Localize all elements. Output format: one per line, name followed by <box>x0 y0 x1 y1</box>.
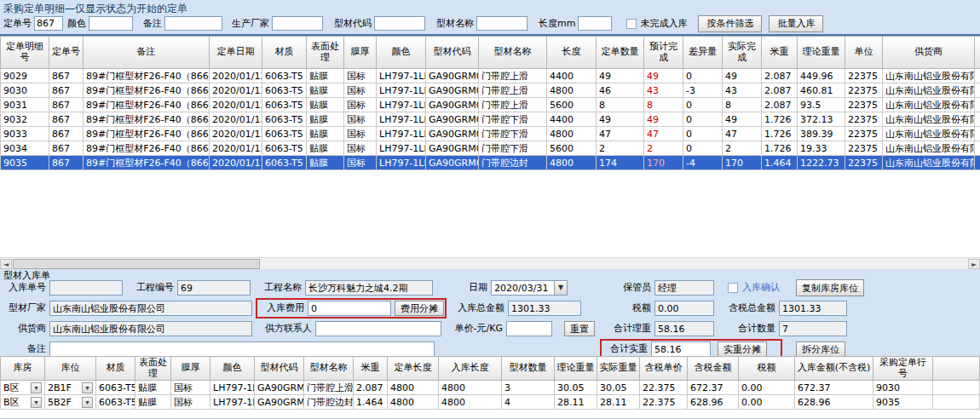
table-cell[interactable]: 1.726 <box>762 112 798 127</box>
table-cell[interactable]: 门带腔下滑 <box>479 112 547 127</box>
total-qty-input[interactable] <box>779 321 847 336</box>
table-cell[interactable]: 2B1F▾ <box>45 381 96 395</box>
table-cell[interactable]: 2 <box>644 141 683 156</box>
table-row[interactable]: 903486789#门框型材F26-F40（866+867）2020/01/13… <box>1 141 980 156</box>
table-cell[interactable]: 89#门框型材F26-F40（866+867） <box>84 69 210 83</box>
column-header[interactable]: 入库长度 <box>439 357 502 381</box>
table-cell[interactable]: 4800 <box>439 381 502 395</box>
table-cell[interactable]: 山东南山铝业股份有限公司 <box>883 156 975 170</box>
column-header[interactable]: 实际完成 <box>723 37 762 69</box>
table-cell[interactable]: 22375 <box>845 127 883 141</box>
table-cell[interactable]: 372.13 <box>798 112 845 127</box>
table-cell[interactable]: 2020/01/13 <box>210 112 262 127</box>
combo-dropdown-icon[interactable]: ▾ <box>82 397 93 408</box>
split-location-button[interactable]: 拆分库位 <box>796 342 845 357</box>
reset-button[interactable]: 重置 <box>564 321 595 336</box>
length-input[interactable] <box>578 16 612 31</box>
table-cell[interactable]: LH797-1LL0 <box>377 98 426 112</box>
table-cell[interactable]: 6063-T5 <box>96 395 135 410</box>
table-cell[interactable]: 867 <box>49 141 84 156</box>
column-header[interactable]: 型材数量 <box>502 357 555 381</box>
column-header[interactable]: 表面处理 <box>135 357 171 381</box>
table-cell[interactable]: 国标 <box>171 381 210 395</box>
table-cell[interactable]: 89#门框型材F26-F40（866+867） <box>84 141 210 156</box>
table-cell[interactable]: 2020/01/13 <box>210 141 262 156</box>
tax-input[interactable] <box>654 301 714 316</box>
table-cell[interactable]: 389.39 <box>798 127 845 141</box>
total-actual-weight-input[interactable] <box>651 342 711 357</box>
table-cell[interactable]: 贴膜 <box>307 83 344 98</box>
table-cell[interactable]: 49 <box>644 112 683 127</box>
table-cell[interactable]: 1.464 <box>354 395 388 410</box>
column-header[interactable]: 颜色 <box>377 37 426 69</box>
table-cell[interactable]: GA90GRM04 <box>426 112 479 127</box>
table-cell[interactable]: 1.464 <box>762 156 798 170</box>
table-cell[interactable]: 49 <box>723 112 762 127</box>
table-cell[interactable]: 89#门框型材F26-F40（866+867） <box>84 98 210 112</box>
profile-code-input[interactable] <box>374 16 425 31</box>
table-row[interactable]: 903386789#门框型材F26-F40（866+867）2020/01/13… <box>1 127 980 141</box>
column-header[interactable]: 型材代码 <box>255 357 304 381</box>
table-cell[interactable]: 867 <box>49 112 84 127</box>
table-cell[interactable]: 22375 <box>845 69 883 83</box>
color-input[interactable] <box>89 16 133 31</box>
column-header[interactable]: 颜色 <box>210 357 255 381</box>
table-cell[interactable]: 国标 <box>344 98 377 112</box>
table-cell[interactable]: 国标 <box>171 395 210 410</box>
table-cell[interactable]: 19.33 <box>798 141 845 156</box>
column-header[interactable]: 预计完成 <box>644 37 683 69</box>
table-cell[interactable]: 22375 <box>845 156 883 170</box>
table-cell[interactable]: 5B2F▾ <box>45 395 96 410</box>
manufacturer-input[interactable] <box>272 16 323 31</box>
unit-price-input[interactable] <box>506 321 552 336</box>
table-cell[interactable]: 49 <box>597 112 644 127</box>
fee-split-button[interactable]: 费用分摊 <box>395 301 444 316</box>
table-cell[interactable]: 国标 <box>344 156 377 170</box>
table-cell[interactable]: 门带腔上滑 <box>479 83 547 98</box>
table-cell[interactable]: 628.96 <box>795 395 873 410</box>
table-cell[interactable]: GA90GRM03 <box>426 69 479 83</box>
table-cell[interactable]: 867 <box>49 83 84 98</box>
batch-inbound-button[interactable]: 批量入库 <box>769 15 823 32</box>
table-cell[interactable]: 6063-T5 <box>262 112 307 127</box>
table-cell[interactable]: 门带腔边封 <box>479 156 547 170</box>
copy-location-button[interactable]: 复制库房库位 <box>796 279 864 296</box>
table-cell[interactable]: 22375 <box>845 98 883 112</box>
table-cell[interactable]: 5600 <box>547 98 597 112</box>
table-cell[interactable]: 贴膜 <box>307 69 344 83</box>
table-cell[interactable]: 22.375 <box>640 381 688 395</box>
table-cell[interactable]: 867 <box>49 156 84 170</box>
table-cell[interactable]: 0.00 <box>739 395 795 410</box>
table-cell[interactable]: 国标 <box>344 141 377 156</box>
column-header[interactable]: 库位 <box>45 357 96 381</box>
table-cell[interactable]: 43 <box>723 83 762 98</box>
project-name-input[interactable] <box>305 280 433 296</box>
scroll-left-icon[interactable]: ◄ <box>0 259 12 269</box>
table-cell[interactable]: LH797-1LL0 <box>377 127 426 141</box>
supplier-contact-input[interactable] <box>315 321 441 336</box>
column-header[interactable]: 备注 <box>84 37 210 69</box>
table-cell[interactable]: GA90GRM04 <box>426 141 479 156</box>
table-cell[interactable]: 49 <box>723 69 762 83</box>
table-cell[interactable]: 89#门框型材F26-F40（866+867） <box>84 83 210 98</box>
column-header[interactable]: 单位 <box>845 37 883 69</box>
table-cell[interactable]: 贴膜 <box>135 395 171 410</box>
table-cell[interactable]: 628.96 <box>688 395 739 410</box>
table-cell[interactable]: B区▾ <box>1 395 45 410</box>
table-cell[interactable]: 9032 <box>1 112 49 127</box>
column-header[interactable]: 型材名称 <box>304 357 354 381</box>
table-cell[interactable]: 43 <box>644 83 683 98</box>
table-cell[interactable]: 22375 <box>845 112 883 127</box>
table-cell[interactable]: 0.00 <box>739 381 795 395</box>
total-with-tax-input[interactable] <box>779 301 847 316</box>
column-header[interactable]: 供货商 <box>883 37 975 69</box>
table-cell[interactable]: 0 <box>683 69 723 83</box>
table-cell[interactable]: 贴膜 <box>307 127 344 141</box>
column-header[interactable]: 表面处理 <box>307 37 344 69</box>
table-cell[interactable]: 贴膜 <box>307 112 344 127</box>
inbound-fee-input[interactable] <box>308 301 391 316</box>
column-header[interactable]: 米重 <box>762 37 798 69</box>
table-cell[interactable]: 门带腔上滑 <box>479 98 547 112</box>
column-header[interactable]: 型材代码 <box>426 37 479 69</box>
table-cell[interactable]: LH797-1LL0 <box>210 395 255 410</box>
